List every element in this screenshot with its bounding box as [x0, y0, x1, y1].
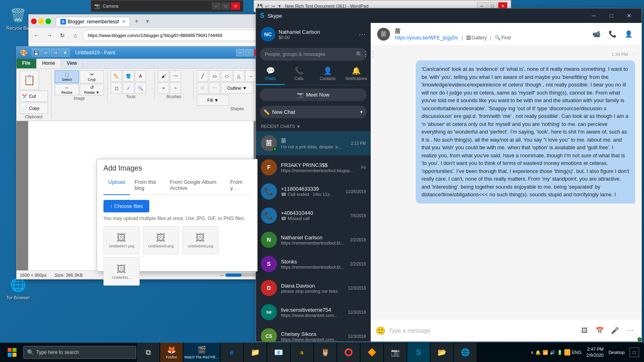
- taskbar-clock[interactable]: 2:47 PM 2/9/2020: [586, 346, 604, 359]
- browser-tab-dropdown-bg[interactable]: ▼: [144, 18, 150, 25]
- paint-brush-1[interactable]: 🖌: [158, 70, 169, 82]
- paint-qat-save[interactable]: 💾: [32, 49, 41, 57]
- systray-update-badge[interactable]: !: [564, 349, 570, 356]
- start-button[interactable]: [2, 343, 23, 362]
- taskbar-app-origin[interactable]: ⭕: [337, 343, 360, 362]
- paint-brush-2[interactable]: 〰: [170, 70, 181, 82]
- skype-nav-notifications[interactable]: 🔔 Notifications: [342, 63, 371, 85]
- new-chat-button[interactable]: ✏️ New Chat ▼: [260, 106, 367, 118]
- browser-back-btn-bg[interactable]: [31, 19, 37, 24]
- taskbar-action-center[interactable]: □: [630, 348, 639, 357]
- chat-item-1[interactable]: F FR3AKY PRINC3$$ https://remememberless…: [256, 155, 371, 179]
- taskbar-app-firefox[interactable]: 🦊 Firefox: [160, 343, 183, 362]
- skype-nav-calls[interactable]: 📞 Calls: [285, 63, 313, 85]
- skype-search-input[interactable]: [260, 48, 367, 61]
- taskbar-app-outlook[interactable]: 📧: [267, 343, 290, 362]
- dialog-tab-blog[interactable]: From this blog: [130, 176, 165, 195]
- paint-cut-btn[interactable]: ✂️Cut: [20, 90, 48, 102]
- paint-select-btn[interactable]: ⬚Select: [55, 70, 79, 83]
- skype-grid-icon[interactable]: ⋮⋮: [362, 49, 376, 58]
- chat-item-7[interactable]: se live:sensitiveterrie754 https://www.d…: [256, 300, 371, 324]
- paint-shape-ellipse[interactable]: ⬭: [221, 70, 232, 82]
- dialog-tab-upload[interactable]: Upload: [103, 176, 130, 195]
- skype-more-button[interactable]: ⋯: [359, 30, 366, 39]
- skype-chat-find-btn[interactable]: 🔍 Find: [495, 35, 511, 41]
- dialog-tab-album[interactable]: From Google Album Archive: [165, 176, 225, 195]
- paint-text-btn[interactable]: A: [135, 70, 146, 82]
- camera-maximize[interactable]: □: [221, 2, 230, 10]
- paint-brush-3[interactable]: ≈: [158, 82, 169, 94]
- paint-outline-dropdown[interactable]: Outline ▼: [221, 82, 253, 94]
- taskbar-app-amazon[interactable]: a: [291, 343, 313, 362]
- taskbar-app-ie[interactable]: e: [221, 343, 243, 362]
- paint-qat-undo[interactable]: ↩: [41, 49, 50, 57]
- chat-item-6[interactable]: D Diana Davison please stop sending me l…: [256, 276, 371, 300]
- taskbar-app-file-explorer[interactable]: 📂: [431, 343, 453, 362]
- paint-tab-view[interactable]: View: [61, 59, 83, 68]
- skype-image-btn[interactable]: 🖼: [578, 324, 591, 337]
- paint-minimize[interactable]: ─: [236, 49, 244, 56]
- paint-shape-triangle[interactable]: △: [233, 70, 244, 82]
- skype-video-call-btn[interactable]: 📹: [590, 28, 603, 41]
- thumb-item-2[interactable]: 🖼 Untitled409.png: [182, 226, 219, 254]
- message-more-icon[interactable]: ⋯: [631, 52, 635, 57]
- skype-nav-contacts[interactable]: 👤 Contacts: [314, 63, 342, 85]
- taskbar-app-browser[interactable]: 🌐: [454, 343, 477, 362]
- chat-item-2[interactable]: 📞 +118004633339 ☎ Call ended · 14m 11s 1…: [256, 179, 371, 204]
- camera-minimize[interactable]: ─: [212, 2, 221, 10]
- taskbar-app-camera[interactable]: 📷: [384, 343, 407, 362]
- paint-magnifier-btn[interactable]: 🔍: [135, 82, 146, 94]
- chat-item-5[interactable]: S Stonks https://remememberlessfool.bl..…: [256, 252, 371, 276]
- skype-more-options-btn[interactable]: ⋯: [624, 324, 637, 337]
- recent-chats-header[interactable]: RECENT CHATS ▼: [256, 121, 371, 131]
- skype-schedule-btn[interactable]: 📅: [593, 324, 606, 337]
- paint-shape-line[interactable]: ╱: [197, 70, 208, 82]
- taskbar-app-tripadvisor[interactable]: 🦉: [314, 343, 336, 362]
- taskbar-app-explorer[interactable]: 📁: [244, 343, 266, 362]
- browser-back-bg[interactable]: ←: [31, 30, 42, 41]
- skype-chat-link[interactable]: https://youtu.be/WFE_jlzgyDc: [395, 35, 458, 41]
- meet-now-button[interactable]: 📷 Meet Now: [260, 88, 367, 101]
- browser-min-btn-bg[interactable]: [38, 19, 44, 24]
- paint-shape-more[interactable]: ⋯: [209, 82, 220, 94]
- paint-eraser-btn[interactable]: ◻: [111, 82, 122, 94]
- taskbar-desktop-btn[interactable]: Desktop: [607, 350, 626, 355]
- camera-close[interactable]: ✕: [231, 2, 240, 10]
- skype-audio-call-btn[interactable]: 📞: [606, 28, 619, 41]
- taskbar-app-watch[interactable]: 🎬 Watch The Red Pill 20...: [184, 343, 220, 362]
- skype-emoji-btn[interactable]: 🙂: [376, 326, 386, 335]
- skype-maximize[interactable]: □: [603, 8, 620, 23]
- skype-close[interactable]: ✕: [621, 8, 638, 23]
- paint-paste-btn[interactable]: 📋: [20, 70, 39, 90]
- paint-rotate-btn[interactable]: ↺Rotate ▼: [80, 84, 104, 95]
- chat-item-8[interactable]: CS Chelsey Sikora https://www.deviantart…: [256, 324, 371, 341]
- paint-shape-rect[interactable]: ▭: [209, 70, 220, 82]
- browser-tab-bg[interactable]: B Blogger: rememberlessf ✕: [56, 17, 130, 26]
- browser-tab-close-bg[interactable]: ✕: [122, 19, 126, 24]
- taskbar-task-view[interactable]: ⧉: [137, 343, 159, 362]
- paint-copy-btn[interactable]: 📄Copy: [20, 103, 48, 114]
- browser-max-btn-bg[interactable]: [45, 19, 51, 24]
- browser-new-tab-bg[interactable]: +: [132, 16, 141, 26]
- paint-maximize[interactable]: □: [245, 49, 253, 56]
- thumb-item-3[interactable]: 🖼 Untitled41...: [103, 257, 140, 286]
- thumb-item-0[interactable]: 🖼 Untitled407.png: [103, 226, 140, 254]
- systray-show-hidden[interactable]: ∧: [530, 350, 534, 355]
- paint-crop-btn[interactable]: ✂Crop: [80, 70, 104, 83]
- skype-add-person-btn[interactable]: 👤: [622, 28, 635, 41]
- paint-tab-home[interactable]: Home: [37, 59, 61, 68]
- thumb-item-1[interactable]: 🖼 Untitled408.png: [143, 226, 179, 254]
- chat-item-4[interactable]: N Nathaniel Carlson https://remememberle…: [256, 228, 371, 252]
- browser-address-bg[interactable]: [83, 30, 267, 41]
- chat-item-0[interactable]: 苗 苗 I'm not a jerk lolita, despite 'a...…: [256, 131, 371, 155]
- paint-shape-heart[interactable]: ♡: [197, 82, 208, 94]
- skype-chat-gallery-btn[interactable]: 🖼 Gallery: [466, 35, 487, 41]
- choose-files-button[interactable]: ↑ Choose files: [103, 200, 149, 212]
- paint-qat-dropdown[interactable]: ▼: [61, 49, 70, 57]
- paint-pencil-btn[interactable]: ✏️: [111, 70, 122, 82]
- skype-audio-msg-btn[interactable]: 🎤: [609, 324, 621, 337]
- paint-qat-redo[interactable]: ↪: [51, 49, 60, 57]
- dialog-tab-other[interactable]: From y...: [225, 176, 251, 195]
- paint-colorpicker-btn[interactable]: 💉: [123, 82, 134, 94]
- browser-reload-bg[interactable]: ↻: [57, 30, 68, 41]
